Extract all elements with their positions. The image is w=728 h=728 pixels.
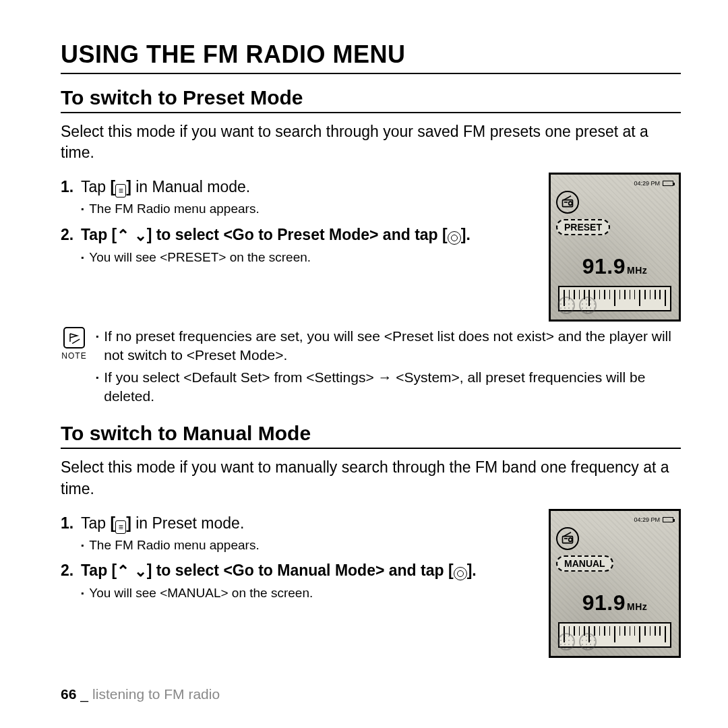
- text: to select: [152, 562, 223, 579]
- preset-intro: Select this mode if you want to search t…: [61, 121, 681, 163]
- manual-step-2-sub: You will see <MANUAL> on the screen.: [81, 584, 534, 602]
- preset-section-title: To switch to Preset Mode: [61, 86, 681, 113]
- svg-line-6: [564, 532, 571, 536]
- mode-pill-manual: MANUAL: [556, 555, 613, 572]
- speaker-icon: [579, 633, 597, 650]
- preset-step-1: 1. Tap [≡] in Manual mode.: [61, 177, 534, 198]
- text: Tap: [81, 178, 110, 195]
- svg-rect-0: [563, 200, 573, 207]
- device-mock-preset: 04:29 PM PRESET 91.9MHz: [549, 173, 681, 322]
- text: Tap: [81, 226, 112, 243]
- note-item-1: If no preset frequencies are set, you wi…: [96, 327, 681, 365]
- up-down-icon: ⌃ ⌄: [117, 562, 146, 580]
- battery-icon: [663, 181, 673, 186]
- separator: _: [80, 686, 88, 702]
- text: in Manual mode.: [131, 178, 250, 195]
- note-block: NOTE If no preset frequencies are set, y…: [61, 327, 681, 408]
- frequency-display: 91.9MHz: [556, 590, 673, 615]
- manual-section-title: To switch to Manual Mode: [61, 422, 681, 449]
- confirm-icon: [448, 231, 461, 245]
- up-down-icon: ⌃ ⌄: [117, 226, 146, 244]
- page-title: USING THE FM RADIO MENU: [61, 40, 681, 74]
- text: in Preset mode.: [131, 514, 244, 532]
- speaker-icon: [557, 297, 575, 314]
- text: Tap: [81, 514, 110, 532]
- mode-pill-preset: PRESET: [556, 219, 610, 235]
- radio-icon: [556, 527, 579, 550]
- text: and tap: [384, 562, 448, 579]
- text: to select: [152, 226, 223, 243]
- device-time: 04:29 PM: [634, 516, 660, 523]
- text: Tap: [81, 562, 112, 579]
- device-time: 04:29 PM: [634, 180, 660, 187]
- battery-icon: [663, 517, 673, 522]
- svg-rect-4: [563, 536, 573, 543]
- manual-step-1: 1. Tap [≡] in Preset mode.: [61, 513, 534, 534]
- note-label: NOTE: [61, 351, 86, 361]
- speaker-icon: [557, 633, 575, 650]
- text: <Go to Preset Mode>: [223, 226, 378, 243]
- device-mock-manual: 04:29 PM MANUAL 91.9MHz: [549, 509, 681, 658]
- text: <Go to Manual Mode>: [223, 562, 384, 579]
- preset-step-1-sub: The FM Radio menu appears.: [81, 200, 534, 218]
- radio-icon: [556, 191, 579, 214]
- menu-icon: ≡: [115, 184, 126, 198]
- page-footer: 66 _ listening to FM radio: [61, 686, 220, 702]
- text: .: [466, 226, 470, 243]
- chapter-name: listening to FM radio: [92, 686, 220, 702]
- preset-step-2-sub: You will see <PRESET> on the screen.: [81, 249, 534, 266]
- menu-icon: ≡: [115, 520, 126, 534]
- svg-point-5: [569, 538, 572, 541]
- preset-step-2: 2. Tap [⌃ ⌄] to select <Go to Preset Mod…: [61, 224, 534, 246]
- page-number: 66: [61, 686, 76, 702]
- manual-step-1-sub: The FM Radio menu appears.: [81, 537, 534, 554]
- text: and tap: [378, 226, 442, 243]
- svg-point-1: [569, 202, 572, 205]
- text: .: [472, 562, 476, 579]
- confirm-icon: [454, 567, 467, 580]
- speaker-icon: [579, 297, 597, 314]
- note-icon: [63, 327, 85, 348]
- svg-line-2: [564, 196, 571, 200]
- manual-intro: Select this mode if you want to manually…: [61, 457, 681, 499]
- note-item-2: If you select <Default Set> from <Settin…: [96, 368, 681, 406]
- manual-step-2: 2. Tap [⌃ ⌄] to select <Go to Manual Mod…: [61, 560, 534, 582]
- frequency-display: 91.9MHz: [556, 254, 673, 279]
